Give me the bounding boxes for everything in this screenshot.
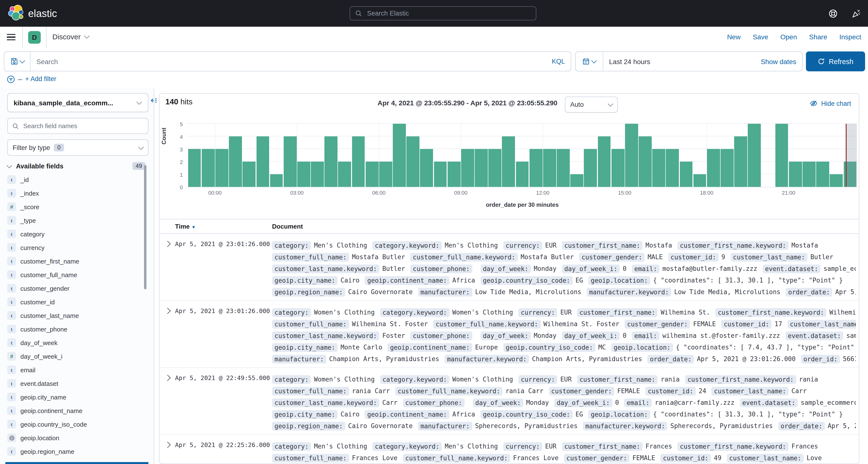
histogram-bar-10:00[interactable] — [489, 149, 502, 187]
histogram-bar-22:00[interactable] — [816, 162, 829, 187]
action-share[interactable]: Share — [809, 33, 827, 41]
histogram-bar-08:30[interactable] — [447, 162, 461, 187]
histogram-bar-20:30[interactable] — [775, 124, 788, 187]
histogram-bar-11:30[interactable] — [530, 149, 542, 187]
histogram-bar-15:00[interactable] — [625, 124, 638, 187]
time-range-value[interactable]: Last 24 hours — [603, 58, 761, 65]
breadcrumb[interactable]: Discover — [52, 32, 89, 41]
histogram-bar-15:30[interactable] — [639, 136, 652, 187]
histogram-bar-22:30[interactable] — [830, 174, 843, 187]
hide-chart-button[interactable]: Hide chart — [810, 99, 851, 107]
field-item-geoip.location[interactable]: geoip.location — [7, 431, 143, 444]
field-search-input[interactable] — [22, 122, 144, 130]
field-item-event.dataset[interactable]: tevent.dataset — [7, 377, 143, 390]
filter-by-type[interactable]: Filter by type 0 — [7, 139, 148, 156]
query-language-button[interactable]: KQL — [546, 58, 571, 65]
field-item-geoip.continent_name[interactable]: tgeoip.continent_name — [7, 404, 143, 417]
histogram-bar-18:30[interactable] — [721, 149, 734, 187]
histogram-bar-19:30[interactable] — [748, 124, 761, 187]
sidebar-scrollbar[interactable] — [144, 165, 147, 289]
field-item-customer_last_name[interactable]: tcustomer_last_name — [7, 309, 143, 322]
global-search-input[interactable] — [366, 9, 531, 18]
histogram-bar-00:30[interactable] — [229, 136, 242, 187]
field-item-customer_id[interactable]: tcustomer_id — [7, 295, 143, 309]
add-filter-link[interactable]: + Add filter — [25, 75, 56, 83]
action-open[interactable]: Open — [780, 33, 797, 41]
field-item-_id[interactable]: t_id — [7, 173, 143, 186]
histogram-bar-21:30[interactable] — [803, 162, 816, 187]
field-item-day_of_week_i[interactable]: #day_of_week_i — [7, 349, 143, 363]
field-item-customer_gender[interactable]: tcustomer_gender — [7, 282, 143, 295]
filter-circle-icon[interactable] — [7, 75, 15, 84]
field-item-category[interactable]: tcategory — [7, 227, 143, 241]
histogram-bar-12:30[interactable] — [557, 149, 570, 187]
newsfeed-party-popper-icon[interactable] — [851, 9, 861, 19]
column-time[interactable]: Time ▼ — [175, 223, 196, 230]
space-avatar[interactable]: D — [28, 31, 41, 44]
action-save[interactable]: Save — [753, 33, 768, 41]
field-item-_type[interactable]: t_type — [7, 213, 143, 227]
field-item-currency[interactable]: tcurrency — [7, 241, 143, 254]
action-new[interactable]: New — [727, 33, 741, 41]
histogram-bar-02:00[interactable] — [270, 174, 283, 187]
histogram-bar-05:00[interactable] — [352, 136, 365, 187]
histogram-bar-23:00[interactable] — [188, 149, 201, 187]
field-item-geoip.region_name[interactable]: tgeoip.region_name — [7, 444, 143, 458]
histogram-bar-16:30[interactable] — [666, 149, 679, 187]
histogram-bar-11:00[interactable] — [516, 162, 529, 187]
histogram-bar-08:00[interactable] — [434, 162, 447, 187]
histogram-bar-06:00[interactable] — [379, 162, 392, 187]
histogram-bar-18:00[interactable] — [707, 149, 720, 187]
field-item-geoip.city_name[interactable]: tgeoip.city_name — [7, 390, 143, 404]
query-input[interactable] — [31, 58, 546, 65]
histogram-bar-10:30[interactable] — [502, 136, 515, 187]
show-dates-link[interactable]: Show dates — [761, 58, 802, 65]
field-item-geoip.country_iso_code[interactable]: tgeoip.country_iso_code — [7, 417, 143, 431]
histogram-bar-14:00[interactable] — [598, 136, 611, 187]
expand-row-icon[interactable] — [164, 241, 170, 247]
field-item-customer_first_name[interactable]: tcustomer_first_name — [7, 254, 143, 268]
histogram-bar-14:30[interactable] — [612, 149, 625, 187]
histogram-bar-03:00[interactable] — [297, 162, 310, 187]
field-item-_score[interactable]: #_score — [7, 200, 143, 213]
histogram-bar-16:00[interactable] — [652, 149, 665, 187]
field-item-customer_phone[interactable]: tcustomer_phone — [7, 322, 143, 336]
menu-hamburger-icon[interactable] — [7, 34, 16, 41]
expand-row-icon[interactable] — [164, 442, 170, 448]
histogram-bar-17:30[interactable] — [693, 174, 706, 187]
action-inspect[interactable]: Inspect — [839, 33, 861, 41]
histogram-bar-03:30[interactable] — [311, 162, 324, 187]
histogram-bar-09:30[interactable] — [475, 149, 488, 187]
histogram-bar-01:30[interactable] — [256, 136, 269, 187]
histogram-bar-19:00[interactable] — [734, 136, 747, 187]
histogram-bar-01:00[interactable] — [243, 162, 256, 187]
histogram-bar-21:00[interactable] — [789, 162, 802, 187]
expand-row-icon[interactable] — [164, 308, 170, 314]
histogram-bar-23:30[interactable] — [202, 149, 215, 187]
histogram-bar-02:30[interactable] — [284, 136, 297, 187]
field-item-day_of_week[interactable]: tday_of_week — [7, 336, 143, 349]
histogram-bar-07:00[interactable] — [407, 136, 420, 187]
elastic-logo[interactable]: elastic — [7, 4, 75, 23]
histogram-bar-06:30[interactable] — [393, 124, 406, 187]
histogram-bar-13:30[interactable] — [584, 149, 597, 187]
histogram-bar-09:00[interactable] — [461, 149, 474, 187]
histogram-bar-07:30[interactable] — [420, 149, 433, 187]
field-search[interactable] — [7, 118, 148, 134]
refresh-button[interactable]: Refresh — [806, 52, 865, 71]
help-lifebuoy-icon[interactable] — [828, 9, 838, 19]
histogram-bar-04:30[interactable] — [338, 162, 351, 187]
histogram-bar-12:00[interactable] — [543, 149, 556, 187]
histogram-bar-13:00[interactable] — [570, 174, 584, 187]
histogram[interactable]: 01234500:0003:0006:0009:0012:0015:0018:0… — [188, 124, 857, 187]
histogram-bar-05:30[interactable] — [366, 162, 379, 187]
field-item-email[interactable]: temail — [7, 363, 143, 377]
global-search[interactable] — [350, 6, 536, 20]
field-item-_index[interactable]: t_index — [7, 186, 143, 200]
saved-query-button[interactable] — [4, 52, 31, 71]
expand-row-icon[interactable] — [164, 375, 170, 381]
histogram-bar-17:00[interactable] — [680, 162, 693, 187]
histogram-bar-00:00[interactable] — [215, 149, 228, 187]
available-fields-header[interactable]: Available fields 49 — [7, 161, 146, 171]
field-item-customer_full_name[interactable]: tcustomer_full_name — [7, 268, 143, 282]
